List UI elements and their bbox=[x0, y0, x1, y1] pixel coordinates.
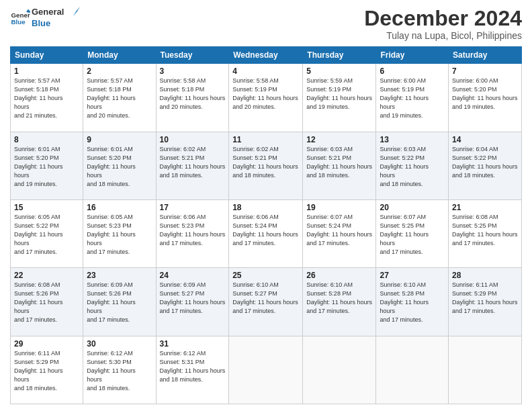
day-number: 23 bbox=[87, 271, 152, 280]
day-number: 15 bbox=[14, 203, 79, 212]
calendar-day-cell bbox=[376, 336, 449, 404]
main-title: December 2024 bbox=[364, 7, 522, 30]
calendar-day-cell: 23 Sunrise: 6:09 AMSunset: 5:26 PMDaylig… bbox=[83, 268, 156, 336]
day-number: 1 bbox=[14, 66, 79, 76]
day-info: Sunrise: 6:09 AMSunset: 5:27 PMDaylight:… bbox=[160, 281, 226, 314]
calendar-day-cell: 1 Sunrise: 5:57 AMSunset: 5:18 PMDayligh… bbox=[11, 64, 83, 132]
day-info: Sunrise: 6:11 AMSunset: 5:29 PMDaylight:… bbox=[14, 350, 63, 392]
calendar-day-cell: 6 Sunrise: 6:00 AMSunset: 5:19 PMDayligh… bbox=[376, 64, 449, 132]
calendar-day-cell: 7 Sunrise: 6:00 AMSunset: 5:20 PMDayligh… bbox=[449, 64, 522, 132]
calendar-day-cell: 22 Sunrise: 6:08 AMSunset: 5:26 PMDaylig… bbox=[11, 268, 83, 336]
day-info: Sunrise: 6:06 AMSunset: 5:24 PMDaylight:… bbox=[232, 214, 298, 246]
calendar-day-cell: 13 Sunrise: 6:03 AMSunset: 5:22 PMDaylig… bbox=[376, 132, 449, 199]
day-number: 14 bbox=[452, 135, 518, 144]
calendar-week-row: 1 Sunrise: 5:57 AMSunset: 5:18 PMDayligh… bbox=[11, 64, 522, 132]
day-number: 11 bbox=[232, 135, 299, 144]
calendar-day-cell: 30 Sunrise: 6:12 AMSunset: 5:30 PMDaylig… bbox=[83, 336, 156, 404]
logo: General Blue General Blue bbox=[10, 7, 80, 30]
day-info: Sunrise: 6:01 AMSunset: 5:20 PMDaylight:… bbox=[87, 146, 136, 187]
day-number: 8 bbox=[14, 135, 79, 144]
day-number: 26 bbox=[306, 271, 372, 280]
calendar-day-cell bbox=[229, 336, 303, 404]
day-number: 10 bbox=[160, 135, 226, 144]
calendar-day-cell: 11 Sunrise: 6:02 AMSunset: 5:21 PMDaylig… bbox=[229, 132, 303, 199]
calendar-day-cell: 19 Sunrise: 6:07 AMSunset: 5:24 PMDaylig… bbox=[303, 199, 376, 267]
day-info: Sunrise: 6:07 AMSunset: 5:24 PMDaylight:… bbox=[306, 214, 372, 246]
day-number: 19 bbox=[306, 203, 372, 212]
day-number: 20 bbox=[380, 203, 445, 212]
day-info: Sunrise: 6:00 AMSunset: 5:20 PMDaylight:… bbox=[452, 77, 518, 110]
day-info: Sunrise: 5:57 AMSunset: 5:18 PMDaylight:… bbox=[87, 77, 136, 119]
calendar-day-cell bbox=[449, 336, 522, 404]
day-info: Sunrise: 6:06 AMSunset: 5:23 PMDaylight:… bbox=[160, 214, 226, 246]
day-number: 25 bbox=[232, 271, 299, 280]
day-info: Sunrise: 6:03 AMSunset: 5:22 PMDaylight:… bbox=[380, 146, 429, 187]
day-info: Sunrise: 6:02 AMSunset: 5:21 PMDaylight:… bbox=[160, 146, 226, 179]
calendar-day-cell: 12 Sunrise: 6:03 AMSunset: 5:21 PMDaylig… bbox=[303, 132, 376, 199]
weekday-header-cell: Thursday bbox=[303, 47, 376, 64]
calendar-day-cell: 15 Sunrise: 6:05 AMSunset: 5:22 PMDaylig… bbox=[11, 199, 83, 267]
day-info: Sunrise: 6:12 AMSunset: 5:31 PMDaylight:… bbox=[160, 350, 226, 383]
logo-icon: General Blue bbox=[10, 8, 30, 28]
day-number: 29 bbox=[14, 339, 79, 349]
day-number: 6 bbox=[380, 66, 445, 76]
weekday-header-cell: Tuesday bbox=[156, 47, 229, 64]
calendar-day-cell: 5 Sunrise: 5:59 AMSunset: 5:19 PMDayligh… bbox=[303, 64, 376, 132]
day-info: Sunrise: 6:07 AMSunset: 5:25 PMDaylight:… bbox=[380, 214, 429, 255]
day-info: Sunrise: 6:11 AMSunset: 5:29 PMDaylight:… bbox=[452, 281, 518, 314]
day-info: Sunrise: 6:10 AMSunset: 5:28 PMDaylight:… bbox=[380, 281, 429, 323]
calendar-day-cell: 10 Sunrise: 6:02 AMSunset: 5:21 PMDaylig… bbox=[156, 132, 229, 199]
svg-text:General: General bbox=[11, 11, 31, 18]
calendar-day-cell: 28 Sunrise: 6:11 AMSunset: 5:29 PMDaylig… bbox=[449, 268, 522, 336]
weekday-header-row: SundayMondayTuesdayWednesdayThursdayFrid… bbox=[11, 47, 522, 64]
calendar-day-cell: 17 Sunrise: 6:06 AMSunset: 5:23 PMDaylig… bbox=[156, 199, 229, 267]
day-info: Sunrise: 5:58 AMSunset: 5:19 PMDaylight:… bbox=[232, 77, 298, 110]
day-number: 18 bbox=[232, 203, 299, 212]
calendar-body: 1 Sunrise: 5:57 AMSunset: 5:18 PMDayligh… bbox=[11, 64, 522, 404]
day-number: 3 bbox=[160, 66, 226, 76]
day-number: 9 bbox=[87, 135, 152, 144]
weekday-header-cell: Wednesday bbox=[229, 47, 303, 64]
calendar-day-cell: 3 Sunrise: 5:58 AMSunset: 5:18 PMDayligh… bbox=[156, 64, 229, 132]
weekday-header-cell: Friday bbox=[376, 47, 449, 64]
day-info: Sunrise: 6:05 AMSunset: 5:23 PMDaylight:… bbox=[87, 214, 136, 255]
calendar-day-cell: 27 Sunrise: 6:10 AMSunset: 5:28 PMDaylig… bbox=[376, 268, 449, 336]
weekday-header-cell: Monday bbox=[83, 47, 156, 64]
calendar-day-cell: 14 Sunrise: 6:04 AMSunset: 5:22 PMDaylig… bbox=[449, 132, 522, 199]
calendar-week-row: 29 Sunrise: 6:11 AMSunset: 5:29 PMDaylig… bbox=[11, 336, 522, 404]
calendar-day-cell: 21 Sunrise: 6:08 AMSunset: 5:25 PMDaylig… bbox=[449, 199, 522, 267]
calendar-day-cell: 9 Sunrise: 6:01 AMSunset: 5:20 PMDayligh… bbox=[83, 132, 156, 199]
day-number: 28 bbox=[452, 271, 518, 280]
day-number: 7 bbox=[452, 66, 518, 76]
day-info: Sunrise: 6:10 AMSunset: 5:28 PMDaylight:… bbox=[306, 281, 372, 314]
title-block: December 2024 Tulay na Lupa, Bicol, Phil… bbox=[364, 7, 522, 41]
day-info: Sunrise: 5:58 AMSunset: 5:18 PMDaylight:… bbox=[160, 77, 226, 110]
day-info: Sunrise: 6:10 AMSunset: 5:27 PMDaylight:… bbox=[232, 281, 298, 314]
calendar-day-cell: 16 Sunrise: 6:05 AMSunset: 5:23 PMDaylig… bbox=[83, 199, 156, 267]
calendar-day-cell bbox=[303, 336, 376, 404]
calendar-week-row: 22 Sunrise: 6:08 AMSunset: 5:26 PMDaylig… bbox=[11, 268, 522, 336]
day-info: Sunrise: 6:08 AMSunset: 5:26 PMDaylight:… bbox=[14, 281, 63, 323]
calendar-day-cell: 18 Sunrise: 6:06 AMSunset: 5:24 PMDaylig… bbox=[229, 199, 303, 267]
calendar-table: SundayMondayTuesdayWednesdayThursdayFrid… bbox=[10, 46, 522, 404]
day-number: 31 bbox=[160, 339, 226, 349]
calendar-day-cell: 26 Sunrise: 6:10 AMSunset: 5:28 PMDaylig… bbox=[303, 268, 376, 336]
day-info: Sunrise: 6:09 AMSunset: 5:26 PMDaylight:… bbox=[87, 281, 136, 323]
calendar-day-cell: 31 Sunrise: 6:12 AMSunset: 5:31 PMDaylig… bbox=[156, 336, 229, 404]
day-info: Sunrise: 6:05 AMSunset: 5:22 PMDaylight:… bbox=[14, 214, 63, 255]
weekday-header-cell: Sunday bbox=[11, 47, 83, 64]
calendar-week-row: 8 Sunrise: 6:01 AMSunset: 5:20 PMDayligh… bbox=[11, 132, 522, 199]
header: General Blue General Blue December 2024 … bbox=[10, 7, 522, 41]
calendar-day-cell: 29 Sunrise: 6:11 AMSunset: 5:29 PMDaylig… bbox=[11, 336, 83, 404]
day-number: 13 bbox=[380, 135, 445, 144]
day-number: 21 bbox=[452, 203, 518, 212]
day-number: 12 bbox=[306, 135, 372, 144]
calendar-day-cell: 20 Sunrise: 6:07 AMSunset: 5:25 PMDaylig… bbox=[376, 199, 449, 267]
day-info: Sunrise: 6:08 AMSunset: 5:25 PMDaylight:… bbox=[452, 214, 518, 246]
day-info: Sunrise: 6:01 AMSunset: 5:20 PMDaylight:… bbox=[14, 146, 63, 187]
day-number: 5 bbox=[306, 66, 372, 76]
day-info: Sunrise: 6:12 AMSunset: 5:30 PMDaylight:… bbox=[87, 350, 136, 392]
day-number: 30 bbox=[87, 339, 152, 349]
logo-bird-icon bbox=[66, 7, 80, 26]
svg-text:Blue: Blue bbox=[11, 18, 26, 26]
